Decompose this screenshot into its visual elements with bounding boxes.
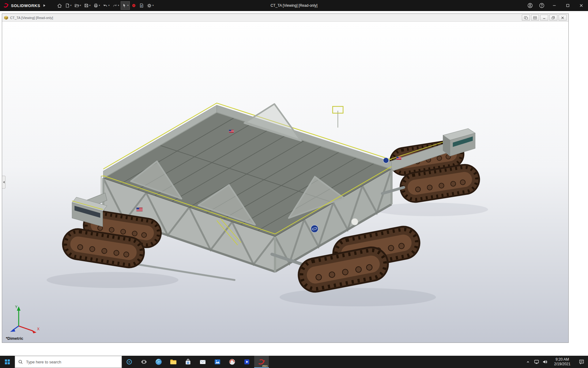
assembly-document-icon (4, 16, 8, 20)
cortana-icon (126, 359, 132, 365)
taskbar-icon-file-explorer[interactable] (166, 356, 181, 368)
volume-tray-button[interactable] (541, 356, 549, 368)
taskbar-icon-edge[interactable] (151, 356, 166, 368)
taskbar-icon-edrawings[interactable] (225, 356, 239, 368)
taskbar-icon-store[interactable] (181, 356, 195, 368)
undo-button[interactable]: ▾ (102, 1, 111, 10)
home-button[interactable] (56, 1, 63, 10)
options-gear-icon (147, 3, 152, 8)
microsoft-store-icon (184, 358, 192, 366)
feature-manager-collapsed-tab[interactable] (2, 176, 6, 189)
3dexperience-icon (131, 3, 136, 8)
new-window-icon (524, 16, 528, 19)
maximize-button[interactable] (561, 0, 575, 11)
action-center-button[interactable] (575, 356, 588, 368)
taskbar-icon-mail[interactable] (195, 356, 210, 368)
app-client-area: CT_TA [Viewing] [Read-only] (0, 11, 588, 356)
triad-x-label: X (37, 327, 40, 331)
solidworks-logo-icon (3, 2, 9, 9)
tile-window-button[interactable] (531, 15, 539, 21)
help-icon (539, 3, 545, 8)
left-arm-and-cab (72, 176, 107, 227)
crawler-transporter-model (2, 22, 568, 343)
open-button[interactable]: ▾ (73, 1, 82, 10)
mail-icon (199, 358, 206, 366)
photos-icon (214, 358, 221, 366)
close-button[interactable] (575, 0, 588, 11)
new-window-button[interactable] (522, 15, 530, 21)
expand-menu-arrow-icon[interactable] (43, 4, 45, 7)
dropdown-caret-icon[interactable]: ▾ (80, 4, 81, 7)
save-button[interactable]: ▾ (83, 1, 92, 10)
action-center-icon (579, 359, 584, 365)
document-title: CT_TA [Viewing] [Read-only] (10, 16, 53, 20)
edge-icon (155, 358, 162, 366)
orientation-triad: Y X (7, 303, 41, 333)
save-icon (84, 3, 89, 8)
collapse-arrow-icon (3, 181, 5, 183)
new-document-button[interactable]: ▾ (64, 1, 73, 10)
doc-restore-button[interactable] (549, 15, 557, 21)
doc-close-button[interactable] (559, 15, 567, 21)
help-button[interactable] (536, 0, 548, 11)
file-properties-button[interactable] (138, 1, 145, 10)
print-button[interactable]: ▾ (92, 1, 101, 10)
dropdown-caret-icon[interactable]: ▾ (118, 4, 119, 7)
options-button[interactable]: ▾ (145, 1, 155, 10)
dropdown-caret-icon[interactable]: ▾ (89, 4, 91, 7)
clock-time: 9:20 AM (556, 357, 569, 362)
graphics-area[interactable]: Y X *Dimetric (2, 22, 568, 343)
app-window-title: CT_TA [Viewing] [Read-only] (271, 3, 318, 8)
file-explorer-icon (170, 358, 177, 366)
triad-y-label: Y (15, 305, 17, 309)
dropdown-caret-icon[interactable]: ▾ (153, 4, 154, 7)
minimize-icon (542, 16, 546, 19)
windows-logo-icon (5, 359, 10, 364)
new-document-icon (65, 3, 70, 8)
search-input[interactable] (15, 356, 122, 368)
hidden-icons-button[interactable] (524, 356, 532, 368)
minimize-icon (552, 4, 556, 7)
restore-icon (552, 16, 555, 19)
open-folder-icon (74, 3, 79, 8)
volume-icon (543, 359, 548, 364)
app-titlebar: SOLIDWORKS ▾ ▾ (0, 0, 588, 11)
start-button[interactable] (0, 356, 15, 368)
redo-icon (112, 3, 117, 8)
taskbar-icon-movies-tv[interactable] (239, 356, 254, 368)
dropdown-caret-icon[interactable]: ▾ (127, 4, 129, 7)
document-titlebar[interactable]: CT_TA [Viewing] [Read-only] (2, 14, 568, 22)
redo-button[interactable]: ▾ (111, 1, 120, 10)
minimize-button[interactable] (548, 0, 561, 11)
taskbar-clock[interactable]: 9:20 AM 2/19/2021 (549, 356, 575, 368)
taskbar-search[interactable] (15, 356, 122, 368)
dropdown-caret-icon[interactable]: ▾ (70, 4, 72, 7)
taskbar-icon-solidworks[interactable]: 2021 (254, 356, 269, 368)
maximize-icon (566, 4, 570, 7)
system-tray: 9:20 AM 2/19/2021 (524, 356, 588, 368)
doc-minimize-button[interactable] (540, 15, 548, 21)
undo-icon (103, 3, 108, 8)
3dexperience-button[interactable] (130, 1, 138, 10)
task-view-button[interactable] (137, 356, 151, 368)
quick-access-toolbar: ▾ ▾ ▾ ▾ (56, 1, 155, 10)
screen: SOLIDWORKS ▾ ▾ (0, 0, 588, 368)
tile-window-icon (533, 16, 537, 19)
select-tool-button[interactable]: ▾ (121, 1, 130, 10)
solidworks-version-badge: 2021 (262, 365, 268, 367)
windows-taskbar: 2021 9:20 AM 2/ (0, 356, 588, 368)
print-icon (93, 3, 98, 8)
dropdown-caret-icon[interactable]: ▾ (99, 4, 100, 7)
close-icon (579, 4, 583, 7)
document-window: CT_TA [Viewing] [Read-only] (2, 13, 569, 343)
titlebar-right-controls (524, 0, 588, 11)
dropdown-caret-icon[interactable]: ▾ (108, 4, 110, 7)
edrawings-icon (228, 358, 236, 366)
movies-tv-icon (243, 358, 251, 366)
display-tray-button[interactable] (532, 356, 541, 368)
file-properties-icon (139, 3, 144, 8)
taskbar-icon-photos[interactable] (210, 356, 225, 368)
chevron-up-icon (526, 360, 530, 364)
account-button[interactable] (524, 0, 536, 11)
cortana-button[interactable] (122, 356, 137, 368)
